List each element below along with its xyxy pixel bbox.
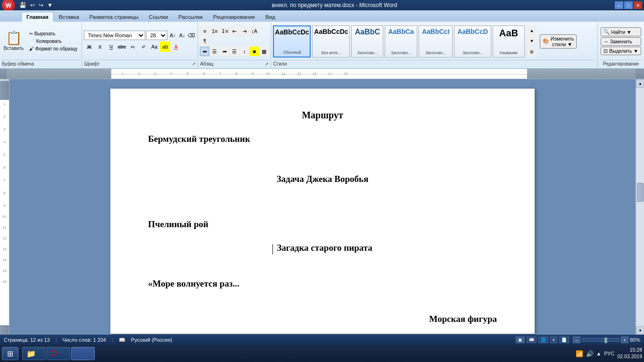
- styles-scroll-down[interactable]: ▼: [527, 36, 537, 46]
- tab-layout[interactable]: Разметка страницы: [84, 12, 144, 22]
- view-draft-btn[interactable]: 📄: [559, 337, 569, 343]
- zoom-thumb[interactable]: [604, 337, 607, 343]
- language-indicator[interactable]: РУС: [604, 351, 614, 356]
- tab-insert[interactable]: Вставка: [54, 12, 84, 22]
- tab-view[interactable]: Вид: [260, 12, 281, 22]
- paste-button[interactable]: 📋 Вставить: [2, 25, 25, 58]
- align-right-btn[interactable]: ➡: [220, 47, 229, 56]
- zoom-control: – + 80%: [573, 337, 640, 343]
- underline-button[interactable]: Ч: [106, 41, 116, 52]
- change-styles-btn[interactable]: 🎨 Изменитьстили ▼: [540, 34, 577, 49]
- changecase-button[interactable]: Aa: [149, 41, 159, 52]
- maximize-button[interactable]: □: [624, 1, 633, 9]
- taskbar-word[interactable]: W: [71, 347, 95, 360]
- bullets-btn[interactable]: ≡: [200, 26, 209, 36]
- editing-group: 🔍 Найти ▼ ↔ Заменить ⊡ Выделить ▼ Редакт…: [598, 23, 644, 67]
- undo-quick-btn[interactable]: ↩: [29, 1, 36, 9]
- qa-dropdown-btn[interactable]: ▼: [46, 1, 54, 9]
- highlight-button[interactable]: ab: [160, 41, 170, 52]
- fontcolor-button[interactable]: A: [171, 41, 181, 52]
- style-title-name: Название: [500, 50, 518, 55]
- copy-button[interactable]: 📄 Копировать: [27, 38, 80, 45]
- style-normal-preview: AaBbCcDc: [275, 28, 309, 36]
- style-h1[interactable]: AaBbC Заголово...: [351, 25, 383, 58]
- zoom-slider[interactable]: [582, 338, 619, 342]
- tab-references[interactable]: Ссылки: [144, 12, 173, 22]
- clipboard-group: 📋 Вставить ✂ Вырезать 📄 Копировать 🖌 Фор…: [0, 23, 82, 67]
- close-button[interactable]: ✕: [634, 1, 642, 9]
- zoom-out-btn[interactable]: –: [573, 337, 580, 343]
- numbering-btn[interactable]: 1≡: [210, 26, 219, 36]
- align-left-btn[interactable]: ⬅: [200, 47, 209, 56]
- scroll-down-btn[interactable]: ▼: [636, 326, 644, 335]
- copy-icon: 📄: [29, 39, 36, 44]
- zoom-level: 80%: [630, 337, 640, 343]
- decrease-indent-btn[interactable]: ⇤: [230, 26, 239, 36]
- taskbar-explorer[interactable]: 📁: [22, 347, 46, 360]
- align-center-btn[interactable]: ☰: [210, 47, 219, 56]
- styles-expand[interactable]: ⊞: [527, 47, 537, 57]
- style-normal[interactable]: AaBbCcDc Обычный: [273, 25, 311, 58]
- style-title[interactable]: AaB Название: [493, 25, 525, 58]
- tray-volume-icon[interactable]: 🔊: [586, 350, 594, 357]
- scroll-thumb[interactable]: [637, 183, 644, 202]
- bold-button[interactable]: Ж: [84, 41, 94, 52]
- tab-review[interactable]: Рецензирование: [208, 12, 260, 22]
- font-group: Times New Roman 28 A↑ A↓ ⌫ Ж К Ч abc x₂ …: [82, 23, 198, 67]
- clear-format-btn[interactable]: ⌫: [187, 31, 196, 40]
- view-reading-btn[interactable]: 📖: [527, 337, 537, 343]
- font-name-select[interactable]: Times New Roman: [84, 31, 145, 40]
- spell-icon: 📖: [119, 337, 125, 343]
- save-quick-btn[interactable]: 💾: [18, 1, 28, 9]
- style-h1-name: Заголово...: [357, 50, 378, 55]
- document-area[interactable]: Маршрут Бермудский треугольник Задача Дж…: [9, 79, 636, 335]
- align-justify-btn[interactable]: ☰: [230, 47, 239, 56]
- system-clock[interactable]: 15:28 02.03.2019: [617, 347, 642, 360]
- style-h4-preview: AaBbCcD: [457, 28, 488, 35]
- scroll-up-btn[interactable]: ▲: [636, 79, 644, 88]
- cut-button[interactable]: ✂ Вырезать: [27, 30, 80, 37]
- cursor-bar: [272, 244, 273, 255]
- multilevel-btn[interactable]: ↧≡: [220, 26, 229, 36]
- format-button[interactable]: 🖌 Формат по образцу: [27, 45, 80, 52]
- style-h4-name: Заголово...: [462, 50, 483, 55]
- style-h2[interactable]: AaBbCa Заголово...: [385, 25, 417, 58]
- styles-scroll-up[interactable]: ▲: [527, 26, 537, 35]
- redo-quick-btn[interactable]: ↪: [37, 1, 45, 9]
- scroll-track[interactable]: [636, 88, 644, 326]
- tray-battery-icon[interactable]: ▲: [596, 351, 602, 356]
- minimize-button[interactable]: –: [615, 1, 623, 9]
- border-btn[interactable]: ▦: [259, 47, 269, 56]
- replace-button[interactable]: ↔ Заменить: [601, 37, 641, 46]
- style-nospace[interactable]: AaBbCcDc Без инте...: [312, 25, 350, 58]
- superscript-button[interactable]: x²: [138, 41, 149, 52]
- subscript-button[interactable]: x₂: [127, 41, 138, 52]
- style-h3[interactable]: AaBbCcI Заголово...: [419, 25, 453, 58]
- find-button[interactable]: 🔍 Найти ▼: [601, 27, 641, 36]
- tab-mailings[interactable]: Рассылки: [173, 12, 208, 22]
- show-marks-btn[interactable]: ¶: [200, 36, 209, 46]
- strikethrough-button[interactable]: abc: [116, 41, 127, 52]
- font-shrink-btn[interactable]: A↓: [178, 31, 186, 40]
- italic-button[interactable]: К: [95, 41, 105, 52]
- sort-btn[interactable]: ↕A: [249, 26, 259, 36]
- find-icon: 🔍: [603, 29, 610, 35]
- zoom-in-btn[interactable]: +: [621, 337, 628, 343]
- font-size-select[interactable]: 28: [146, 31, 167, 40]
- view-normal-btn[interactable]: ▣: [516, 337, 525, 343]
- increase-indent-btn[interactable]: ⇥: [239, 26, 249, 36]
- taskbar-opera[interactable]: O: [47, 347, 70, 360]
- select-button[interactable]: ⊡ Выделить ▼: [601, 47, 641, 55]
- font-grow-btn[interactable]: A↑: [168, 31, 177, 40]
- start-button[interactable]: ⊞: [2, 347, 18, 360]
- tab-home[interactable]: Главная: [21, 12, 54, 22]
- view-web-btn[interactable]: 🌐: [538, 337, 548, 343]
- line-figure: Морская фигура: [429, 314, 497, 324]
- style-h4[interactable]: AaBbCcD Заголово...: [454, 25, 491, 58]
- line-spacing-btn[interactable]: ↕: [239, 47, 249, 56]
- vertical-scrollbar[interactable]: ▲ ▼: [636, 79, 644, 335]
- view-outline-btn[interactable]: ≡: [550, 337, 557, 343]
- document-page[interactable]: Маршрут Бермудский треугольник Задача Дж…: [110, 89, 535, 334]
- tray-network-icon[interactable]: 📶: [576, 350, 583, 357]
- shading-btn[interactable]: ■: [249, 47, 259, 56]
